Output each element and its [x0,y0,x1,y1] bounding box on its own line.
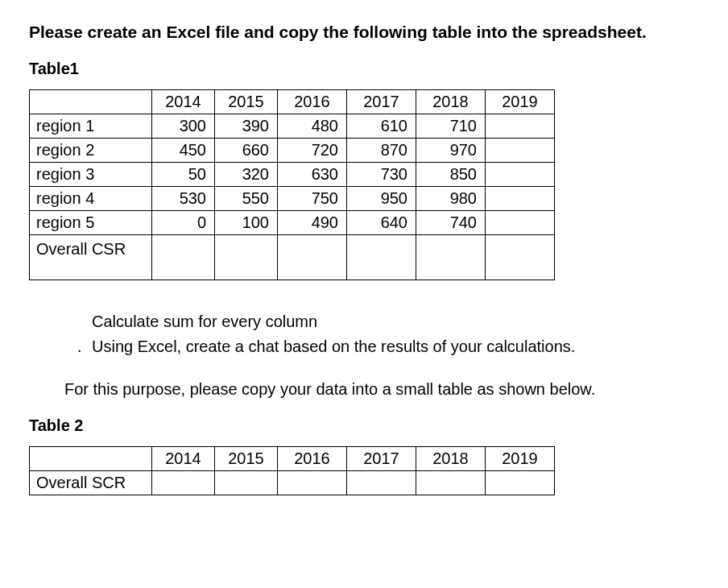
cell [486,114,555,139]
table-row: region 3 50 320 630 730 850 [30,163,555,187]
cell [486,163,555,187]
instruction-line: Calculate sum for every column [77,309,699,334]
cell: 640 [347,211,416,235]
cell: 720 [278,139,347,163]
cell: 100 [215,211,278,235]
cell: 750 [278,187,347,211]
cell: 490 [278,211,347,235]
table2-year: 2016 [278,447,347,471]
cell [486,139,555,163]
table1-year: 2015 [215,90,278,114]
cell [347,235,416,280]
cell [486,187,555,211]
cell: 480 [278,114,347,139]
table1-header-row: 2014 2015 2016 2017 2018 2019 [30,90,555,114]
table1-year: 2018 [416,90,486,114]
table2: 2014 2015 2016 2017 2018 2019 Overall SC… [29,446,555,495]
table2-label: Table 2 [29,416,699,435]
table1: 2014 2015 2016 2017 2018 2019 region 1 3… [29,89,555,280]
table1-year: 2016 [278,90,347,114]
middle-instructions: Calculate sum for every column .Using Ex… [77,309,699,359]
instruction-text: Calculate sum for every column [92,313,317,330]
cell: 450 [152,139,215,163]
table-row: region 5 0 100 490 640 740 [30,211,555,235]
table1-corner [30,90,152,114]
table-row: region 4 530 550 750 950 980 [30,187,555,211]
cell: 630 [278,163,347,187]
table-row: region 2 450 660 720 870 970 [30,139,555,163]
table1-year: 2017 [347,90,416,114]
cell: 320 [215,163,278,187]
overall-label: Overall SCR [30,471,152,495]
cell [486,211,555,235]
cell: 870 [347,139,416,163]
table2-year: 2017 [347,447,416,471]
cell: 300 [152,114,215,139]
cell: 50 [152,163,215,187]
instruction-line: .Using Excel, create a chat based on the… [77,334,699,359]
instruction-text: Using Excel, create a chat based on the … [92,337,575,355]
cell: 980 [416,187,486,211]
table1-year: 2019 [486,90,555,114]
cell [152,471,215,495]
table1-overall-row: Overall CSR [30,235,555,280]
cell: 850 [416,163,486,187]
cell [278,235,347,280]
cell [486,471,555,495]
cell [215,471,278,495]
cell [416,471,486,495]
cell [215,235,278,280]
table2-overall-row: Overall SCR [30,471,555,495]
row-label: region 2 [30,139,152,163]
table1-label: Table1 [29,60,699,78]
cell: 730 [347,163,416,187]
cell: 950 [347,187,416,211]
cell: 740 [416,211,486,235]
table2-year: 2015 [215,447,278,471]
cell: 390 [215,114,278,139]
cell [347,471,416,495]
table2-year: 2019 [486,447,555,471]
cell: 610 [347,114,416,139]
cell [278,471,347,495]
table2-corner [30,447,152,471]
table-row: region 1 300 390 480 610 710 [30,114,555,139]
main-instruction: Please create an Excel file and copy the… [29,23,699,42]
cell [152,235,215,280]
table2-year: 2018 [416,447,486,471]
row-label: region 1 [30,114,152,139]
cell: 0 [152,211,215,235]
row-label: region 3 [30,163,152,187]
copy-instruction: For this purpose, please copy your data … [64,380,699,399]
cell [486,235,555,280]
cell: 660 [215,139,278,163]
table1-year: 2014 [152,90,215,114]
row-label: region 4 [30,187,152,211]
table2-header-row: 2014 2015 2016 2017 2018 2019 [30,447,555,471]
table2-year: 2014 [152,447,215,471]
cell: 530 [152,187,215,211]
cell: 710 [416,114,486,139]
row-label: region 5 [30,211,152,235]
overall-label: Overall CSR [30,235,152,280]
cell: 550 [215,187,278,211]
cell [416,235,486,280]
cell: 970 [416,139,486,163]
